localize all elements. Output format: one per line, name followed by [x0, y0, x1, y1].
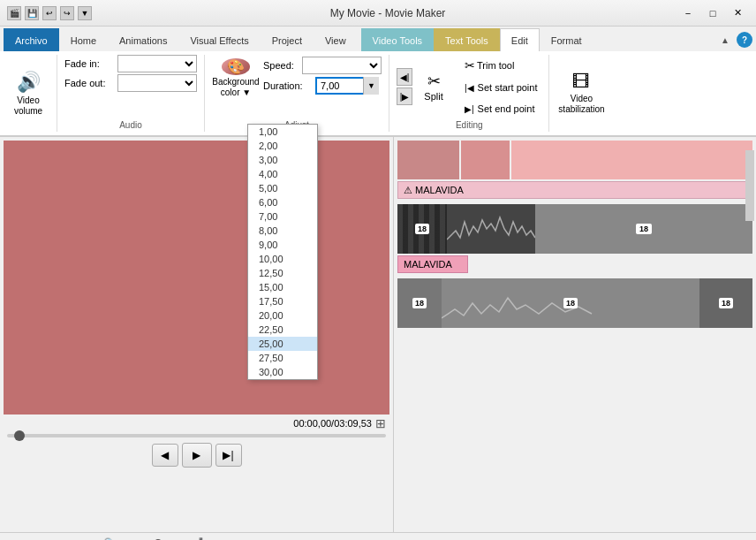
dropdown-item[interactable]: 5,00 — [248, 181, 317, 195]
ribbon-group-editing: ◀| |▶ ✂ Split ✂ Trim tool |◀ Set start p — [389, 55, 549, 132]
background-color-button[interactable]: 🎨 Backgroundcolor ▼ — [212, 55, 260, 101]
speed-select[interactable] — [302, 57, 382, 74]
tab-view[interactable]: View — [314, 28, 358, 51]
stabilization-label: Video stabilization — [558, 94, 604, 115]
duration-dropdown-list: 1,002,003,004,005,006,007,008,009,0010,0… — [247, 124, 318, 380]
zoom-in-icon[interactable]: ➕ — [194, 537, 208, 541]
split-left-arrow[interactable]: ◀| — [397, 68, 412, 86]
seekbar-track[interactable] — [7, 434, 386, 437]
fade-out-select[interactable] — [117, 74, 197, 92]
dropdown-item[interactable]: 6,00 — [248, 195, 317, 209]
next-frame-button[interactable]: ▶| — [215, 444, 242, 467]
film-badge-3c: 18 — [719, 298, 733, 308]
tab-animations[interactable]: Animations — [108, 28, 178, 51]
dropdown-item[interactable]: 12,50 — [248, 266, 317, 280]
video-stabilization-button[interactable]: 🎞 Video stabilization — [556, 70, 606, 118]
dropdown-item[interactable]: 7,00 — [248, 209, 317, 224]
dropdown-item[interactable]: 20,00 — [248, 308, 317, 323]
set-end-label: Set end point — [478, 103, 535, 114]
tab-edit[interactable]: Edit — [500, 28, 540, 51]
zoom-out-icon[interactable]: 🔍 — [103, 537, 117, 541]
dropdown-item[interactable]: 25,00 — [248, 337, 317, 351]
timeline-track-1: ⚠ MALAVIDA — [397, 141, 752, 199]
close-button[interactable]: ✕ — [726, 4, 749, 22]
play-button[interactable]: ▶ — [182, 443, 212, 468]
tab-archivo[interactable]: Archivo — [4, 28, 59, 51]
split-controls: ◀| |▶ ✂ Split — [397, 63, 453, 110]
fade-in-label: Fade in: — [64, 58, 114, 69]
timeline-panel: ⚠ MALAVIDA 18 18 — [393, 137, 756, 532]
timeline-scroll[interactable]: ⚠ MALAVIDA 18 18 — [394, 137, 756, 532]
status-bar: Caption 1 of 3 ⊞ ⊟ 🔍 ➕ — [0, 532, 756, 540]
undo-icon[interactable]: ↩ — [42, 6, 57, 20]
tab-visual-effects[interactable]: Visual Effects — [178, 28, 260, 51]
help-button[interactable]: ? — [737, 32, 752, 48]
split-icon: ✂ — [427, 72, 441, 91]
dropdown-item[interactable]: 4,00 — [248, 167, 317, 181]
preview-time-bar: 00:00,00/03:09,53 ⊞ — [4, 415, 389, 432]
duration-dropdown-button[interactable]: ▼ — [363, 77, 379, 95]
fade-out-row: Fade out: — [64, 74, 197, 92]
tab-text-tools[interactable]: Text Tools — [434, 28, 500, 51]
track3-clip2[interactable]: 18 — [442, 278, 699, 328]
caption-2-bar[interactable]: MALAVIDA — [397, 255, 468, 273]
speed-label: Speed: — [263, 60, 299, 71]
dropdown-item[interactable]: 1,00 — [248, 125, 317, 139]
save-icon[interactable]: 💾 — [25, 6, 39, 20]
bg-color-label: Backgroundcolor ▼ — [212, 77, 259, 98]
track3-clip3[interactable]: 18 — [699, 278, 752, 328]
dropdown-item[interactable]: 22,50 — [248, 323, 317, 337]
dropdown-item[interactable]: 3,00 — [248, 153, 317, 167]
timeline-scrollbar-thumb[interactable] — [745, 150, 754, 221]
split-button[interactable]: ✂ Split — [414, 63, 453, 110]
status-icon-2[interactable]: ⊟ — [89, 536, 100, 541]
waveform-clip[interactable] — [447, 204, 535, 254]
tab-video-tools[interactable]: Video Tools — [361, 28, 434, 51]
dropdown-item[interactable]: 30,00 — [248, 365, 317, 379]
status-icon-1[interactable]: ⊞ — [75, 536, 86, 541]
preview-timestamp: 00:00,00/03:09,53 — [293, 418, 372, 429]
clip-1b[interactable] — [461, 141, 510, 179]
dark-clip[interactable]: 18 — [535, 204, 752, 254]
split-right-arrow[interactable]: |▶ — [397, 87, 412, 105]
dropdown-item[interactable]: 2,00 — [248, 139, 317, 153]
tab-home[interactable]: Home — [59, 28, 108, 51]
preview-expand-icon[interactable]: ⊞ — [375, 416, 386, 430]
set-start-icon: |◀ — [465, 83, 474, 93]
ribbon-right-controls: ▲ ? — [717, 28, 756, 51]
video-volume-button[interactable]: 🔊 Video volume — [7, 69, 49, 118]
fade-in-select[interactable] — [117, 55, 197, 72]
ribbon-expand-icon[interactable]: ▲ — [717, 34, 733, 47]
set-start-point-button[interactable]: |◀ Set start point — [460, 78, 541, 97]
redo-icon[interactable]: ↪ — [60, 6, 74, 20]
volume-icon: 🔊 — [17, 71, 41, 94]
minimize-button[interactable]: − — [677, 4, 699, 22]
dropdown-item[interactable]: 9,00 — [248, 238, 317, 252]
clip-1c[interactable] — [511, 141, 752, 179]
film-badge-3a: 18 — [412, 298, 427, 308]
menu-icon[interactable]: ▼ — [78, 6, 92, 20]
dropdown-item[interactable]: 17,50 — [248, 294, 317, 308]
dropdown-item[interactable]: 27,50 — [248, 351, 317, 365]
film-strip-clip[interactable]: 18 — [397, 204, 447, 254]
trim-endpoints: ✂ Trim tool |◀ Set start point ▶| Set en… — [460, 55, 541, 118]
set-end-point-button[interactable]: ▶| Set end point — [460, 99, 541, 118]
caption-1-bar[interactable]: ⚠ MALAVIDA — [397, 181, 752, 199]
trim-label: Trim tool — [477, 60, 514, 71]
clip-1a[interactable] — [397, 141, 459, 179]
trim-tool-button[interactable]: ✂ Trim tool — [460, 55, 541, 76]
fade-in-row: Fade in: — [64, 55, 197, 72]
track3-clip1[interactable]: 18 — [397, 278, 442, 328]
tab-format[interactable]: Format — [540, 28, 593, 51]
timeline-track-3: 18 18 18 — [397, 278, 752, 328]
tab-project[interactable]: Project — [261, 28, 314, 51]
dropdown-item[interactable]: 15,00 — [248, 280, 317, 294]
dropdown-item[interactable]: 8,00 — [248, 224, 317, 238]
preview-seekbar[interactable] — [4, 432, 389, 439]
speed-row: Speed: — [263, 57, 382, 74]
prev-frame-button[interactable]: ◀ — [152, 444, 178, 467]
dropdown-item[interactable]: 10,00 — [248, 252, 317, 266]
title-bar-quick-access: 🎬 💾 ↩ ↪ ▼ — [7, 6, 92, 20]
seekbar-thumb[interactable] — [14, 430, 25, 441]
maximize-button[interactable]: □ — [701, 4, 724, 22]
